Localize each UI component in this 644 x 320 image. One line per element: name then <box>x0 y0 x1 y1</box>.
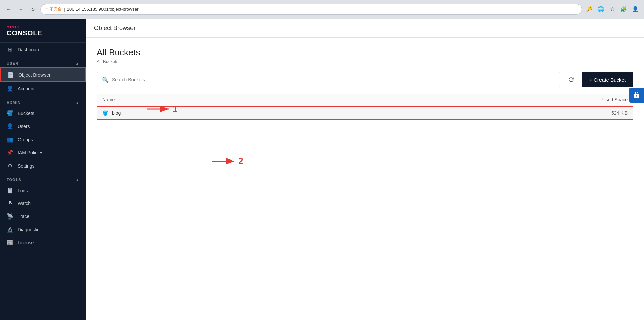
sidebar-item-account[interactable]: 👤 Account <box>0 82 86 95</box>
license-icon: 📰 <box>7 239 13 246</box>
object-browser-icon: 📄 <box>7 71 14 78</box>
annotation-2-label: 2 <box>238 156 243 166</box>
sidebar-item-dashboard-label: Dashboard <box>18 47 41 52</box>
groups-icon: 👥 <box>7 136 13 143</box>
page-heading: All Buckets <box>97 47 633 58</box>
sidebar-item-logs-label: Logs <box>18 188 28 193</box>
logo-console: CONSOLE <box>7 29 79 37</box>
dashboard-icon: ⊞ <box>7 46 13 53</box>
search-box[interactable]: 🔍 <box>97 72 560 87</box>
page-content: All Buckets All Buckets 🔍 + Create Bucke… <box>86 38 644 320</box>
sidebar-item-groups[interactable]: 👥 Groups <box>0 133 86 146</box>
sidebar-item-diagnostic-label: Diagnostic <box>18 227 39 232</box>
watch-icon: 👁 <box>7 200 13 206</box>
sidebar-item-watch[interactable]: 👁 Watch <box>0 197 86 210</box>
user-icon-btn[interactable]: 👤 <box>631 5 640 14</box>
account-icon: 👤 <box>7 85 13 92</box>
bucket-used-space: 524 KiB <box>336 106 633 120</box>
buckets-table: Name Used Space 🪣 blog 524 KiB <box>97 94 633 120</box>
sidebar-item-license-label: License <box>18 240 34 245</box>
users-icon: 👤 <box>7 123 13 129</box>
sidebar-item-watch-label: Watch <box>18 201 31 206</box>
sidebar-item-object-browser[interactable]: 📄 Object Browser <box>0 67 86 82</box>
sidebar-item-users-label: Users <box>18 124 30 129</box>
top-bar-title: Object Browser <box>94 25 136 32</box>
sidebar-item-object-browser-label: Object Browser <box>18 72 51 78</box>
bucket-row-icon: 🪣 <box>102 110 108 116</box>
sidebar-item-iam-policies[interactable]: 📌 IAM Policies <box>0 146 86 159</box>
sidebar-item-settings[interactable]: ⚙ Settings <box>0 159 86 172</box>
star-icon-btn[interactable]: ☆ <box>608 5 617 14</box>
security-warning: ⚠ 不安全 <box>45 6 62 12</box>
url-separator: | <box>64 7 65 12</box>
extensions-icon-btn[interactable]: 🧩 <box>619 5 628 14</box>
key-icon-btn[interactable]: 🔑 <box>585 5 594 14</box>
app-container: MINIO CONSOLE ⊞ Dashboard USER ▲ 📄 Objec… <box>0 19 644 320</box>
create-bucket-button[interactable]: + Create Bucket <box>582 72 633 87</box>
browser-chrome: ← → ↻ ⚠ 不安全 | 106.14.156.185:9001/object… <box>0 0 644 19</box>
browser-actions: 🔑 🌐 ☆ 🧩 👤 <box>585 5 640 14</box>
sidebar-item-dashboard[interactable]: ⊞ Dashboard <box>0 43 86 56</box>
sidebar-item-diagnostic[interactable]: 🔬 Diagnostic <box>0 223 86 236</box>
bucket-name-cell: 🪣 blog <box>97 106 336 120</box>
admin-section-chevron: ▲ <box>76 101 79 105</box>
sidebar-item-trace-label: Trace <box>18 214 29 219</box>
sidebar-item-buckets[interactable]: 🪣 Buckets <box>0 107 86 120</box>
diagnostic-icon: 🔬 <box>7 226 13 233</box>
col-name: Name <box>97 94 336 106</box>
search-icon: 🔍 <box>102 77 109 83</box>
settings-icon: ⚙ <box>7 163 13 169</box>
sidebar: MINIO CONSOLE ⊞ Dashboard USER ▲ 📄 Objec… <box>0 19 86 320</box>
create-bucket-label: + Create Bucket <box>589 77 626 83</box>
main-content: Object Browser All Buckets All Buckets 🔍 <box>86 19 644 320</box>
sidebar-item-buckets-label: Buckets <box>18 111 34 116</box>
annotation-arrow-2 <box>211 156 238 166</box>
sidebar-item-logs[interactable]: 📋 Logs <box>0 184 86 197</box>
sidebar-item-account-label: Account <box>18 86 35 91</box>
sidebar-item-iam-policies-label: IAM Policies <box>18 150 43 155</box>
bucket-name: blog <box>112 110 121 116</box>
tools-section-chevron: ▲ <box>76 178 79 182</box>
section-admin: ADMIN ▲ <box>0 95 86 107</box>
back-button[interactable]: ← <box>4 5 13 14</box>
user-section-chevron: ▲ <box>76 62 79 65</box>
section-user: USER ▲ <box>0 56 86 67</box>
search-input[interactable] <box>112 77 555 82</box>
buckets-icon: 🪣 <box>7 110 13 116</box>
top-bar: Object Browser <box>86 19 644 38</box>
floating-action-button[interactable] <box>629 88 644 103</box>
reload-button[interactable]: ↻ <box>28 5 38 14</box>
sidebar-item-groups-label: Groups <box>18 137 33 142</box>
forward-button[interactable]: → <box>16 5 26 14</box>
col-used-space: Used Space <box>336 94 633 106</box>
breadcrumb: All Buckets <box>97 59 633 64</box>
sidebar-item-settings-label: Settings <box>18 163 35 169</box>
iam-policies-icon: 📌 <box>7 149 13 156</box>
logo-min: MINIO <box>7 26 79 29</box>
section-tools: TOOLS ▲ <box>0 172 86 184</box>
sidebar-logo: MINIO CONSOLE <box>0 19 86 43</box>
logs-icon: 📋 <box>7 187 13 194</box>
translate-icon-btn[interactable]: 🌐 <box>596 5 606 14</box>
sidebar-item-users[interactable]: 👤 Users <box>0 120 86 133</box>
toolbar-row: 🔍 + Create Bucket <box>97 72 633 87</box>
address-bar[interactable]: ⚠ 不安全 | 106.14.156.185:9001/object-brows… <box>40 4 582 15</box>
refresh-button[interactable] <box>564 73 578 86</box>
url-text: 106.14.156.185:9001/object-browser <box>67 7 139 12</box>
table-row[interactable]: 🪣 blog 524 KiB <box>97 106 633 120</box>
sidebar-item-trace[interactable]: 📡 Trace <box>0 210 86 223</box>
sidebar-item-license[interactable]: 📰 License <box>0 236 86 249</box>
trace-icon: 📡 <box>7 213 13 220</box>
